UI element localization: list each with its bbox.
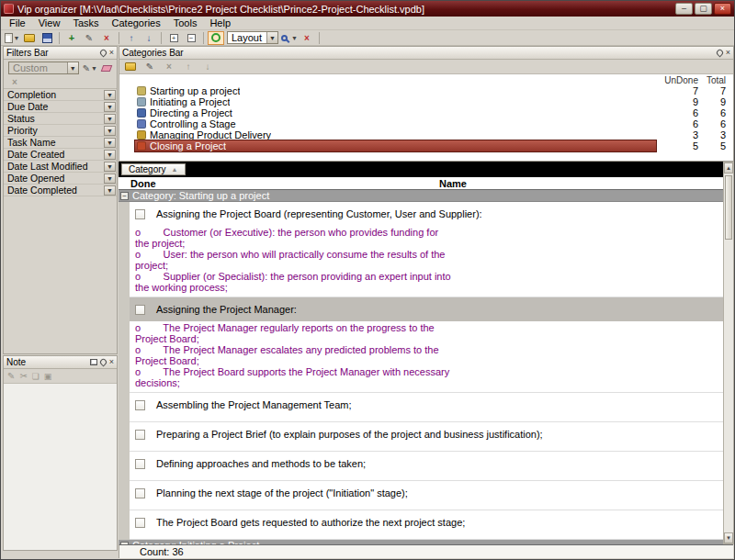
task-checkbox[interactable] [135, 400, 145, 410]
menu-item[interactable]: Help [203, 17, 237, 29]
menu-item[interactable]: Tasks [66, 17, 105, 29]
filter-row[interactable]: Status ▼ [4, 113, 117, 125]
task-checkbox[interactable] [135, 209, 145, 219]
cut-icon[interactable]: ✂ [19, 371, 27, 381]
edit-task-button[interactable]: ✎ [81, 31, 97, 45]
category-group-button[interactable]: Category ▲ [121, 163, 186, 175]
delete-task-button[interactable]: × [98, 31, 115, 45]
save-button[interactable] [39, 31, 55, 45]
task-checkbox[interactable] [135, 430, 145, 440]
remove-filter-button[interactable]: × [7, 76, 22, 89]
edit-filter-button[interactable]: ✎▼ [83, 62, 97, 74]
category-row[interactable]: Initiating a Project 9 9 [119, 96, 733, 107]
menu-item[interactable]: Categories [106, 17, 167, 29]
filter-dropdown-button[interactable]: ▼ [104, 90, 116, 100]
minimize-button[interactable]: – [675, 3, 693, 15]
vertical-scrollbar[interactable]: ▲ ▼ [723, 162, 734, 544]
delete-category-button[interactable]: × [161, 60, 177, 73]
pin-icon[interactable] [98, 358, 107, 367]
category-row[interactable]: Directing a Project 6 6 [119, 107, 733, 118]
done-column-header[interactable]: Done [119, 178, 183, 189]
task-checkbox[interactable] [135, 488, 145, 498]
filter-row[interactable]: Priority ▼ [4, 125, 117, 137]
menu-item[interactable]: Tools [167, 17, 204, 29]
filter-dropdown-button[interactable]: ▼ [104, 114, 116, 124]
task-row[interactable]: Defining approaches and methods to be ta… [130, 452, 723, 476]
find-button[interactable]: ▼ [281, 31, 298, 45]
move-category-up-button[interactable]: ↑ [180, 60, 197, 73]
close-icon[interactable]: × [109, 49, 114, 57]
filter-row[interactable]: Date Last Modified ▼ [4, 161, 117, 173]
move-down-button[interactable]: ↓ [141, 31, 157, 45]
task-item[interactable]: The Project Board gets requested to auth… [130, 510, 723, 540]
category-row[interactable]: Closing a Project 5 5 [119, 140, 733, 151]
collapse-icon[interactable]: − [120, 192, 129, 200]
layout-select[interactable]: Layout ▼ [227, 31, 278, 44]
filter-row[interactable]: Date Opened ▼ [4, 173, 117, 185]
scroll-down-button[interactable]: ▼ [724, 532, 733, 543]
copy-icon[interactable]: ❏ [32, 372, 40, 381]
maximize-button[interactable]: ▢ [695, 3, 712, 15]
refresh-button[interactable] [208, 31, 224, 45]
edit-note-icon[interactable]: ✎ [7, 371, 15, 381]
pin-icon[interactable] [98, 49, 107, 58]
restore-icon[interactable] [90, 359, 97, 365]
close-button[interactable]: × [714, 3, 731, 15]
add-task-button[interactable]: + [63, 31, 80, 45]
scroll-up-button[interactable]: ▲ [724, 162, 733, 174]
move-category-down-button[interactable]: ↓ [199, 60, 216, 73]
task-row[interactable]: The Project Board gets requested to auth… [130, 510, 723, 534]
total-column-header[interactable]: Total [698, 75, 733, 85]
task-checkbox[interactable] [135, 459, 145, 469]
clear-search-button[interactable]: × [299, 31, 315, 45]
filter-row[interactable]: Date Completed ▼ [4, 185, 117, 196]
open-file-button[interactable] [21, 31, 38, 45]
task-item[interactable]: Defining approaches and methods to be ta… [130, 452, 723, 481]
task-row[interactable]: Assigning the Project Board (representin… [130, 202, 723, 226]
new-document-button[interactable]: ▼ [4, 31, 20, 45]
task-row[interactable]: Planning the next stage of the project (… [130, 481, 723, 505]
paste-icon[interactable]: ▣ [44, 372, 52, 381]
note-content[interactable] [4, 384, 117, 550]
filter-dropdown-button[interactable]: ▼ [104, 102, 116, 112]
filter-dropdown-button[interactable]: ▼ [104, 126, 116, 136]
category-row[interactable]: Managing Product Delivery 3 3 [119, 129, 733, 140]
category-row[interactable]: Starting up a project 7 7 [119, 85, 733, 96]
task-row[interactable]: Preparing a Project Brief (to explain pu… [130, 422, 723, 446]
task-checkbox[interactable] [135, 305, 145, 315]
menu-item[interactable]: File [3, 17, 32, 29]
task-item[interactable]: Assembling the Project Management Team; [130, 393, 723, 422]
filter-preset-select[interactable]: Custom ▼ [8, 62, 79, 74]
name-column-header[interactable]: Name [183, 178, 723, 189]
task-item[interactable]: Planning the next stage of the project (… [130, 481, 723, 510]
filter-row[interactable]: Task Name ▼ [4, 137, 117, 149]
menu-item[interactable]: View [32, 17, 67, 29]
clear-filter-button[interactable] [99, 62, 114, 74]
filter-dropdown-button[interactable]: ▼ [104, 150, 116, 160]
expand-all-button[interactable]: + [165, 31, 182, 45]
pin-icon[interactable] [715, 49, 724, 58]
filter-row[interactable]: Completion ▼ [4, 89, 117, 101]
task-checkbox[interactable] [135, 518, 145, 528]
close-icon[interactable]: × [726, 49, 730, 57]
task-item[interactable]: Assigning the Project Manager: o The Pro… [130, 297, 723, 393]
filter-dropdown-button[interactable]: ▼ [104, 185, 116, 196]
collapse-all-button[interactable]: − [183, 31, 199, 45]
filter-row[interactable]: Due Date ▼ [4, 101, 117, 113]
task-row[interactable]: Assigning the Project Manager: [130, 297, 723, 321]
filter-dropdown-button[interactable]: ▼ [104, 162, 116, 172]
group-header[interactable]: − Category: Starting up a project [119, 190, 723, 202]
scrollbar-thumb[interactable] [725, 175, 732, 240]
filter-dropdown-button[interactable]: ▼ [104, 174, 116, 184]
filter-dropdown-button[interactable]: ▼ [104, 138, 116, 148]
move-up-button[interactable]: ↑ [123, 31, 140, 45]
undone-column-header[interactable]: UnDone [656, 75, 698, 85]
close-icon[interactable]: × [109, 358, 114, 366]
task-item[interactable]: Assigning the Project Board (representin… [130, 202, 723, 297]
edit-category-button[interactable]: ✎ [141, 60, 158, 73]
category-row[interactable]: Controlling a Stage 6 6 [119, 118, 733, 129]
add-category-button[interactable] [122, 60, 139, 73]
task-row[interactable]: Assembling the Project Management Team; [130, 393, 723, 417]
task-item[interactable]: Preparing a Project Brief (to explain pu… [130, 422, 723, 452]
filter-row[interactable]: Date Created ▼ [4, 149, 117, 161]
